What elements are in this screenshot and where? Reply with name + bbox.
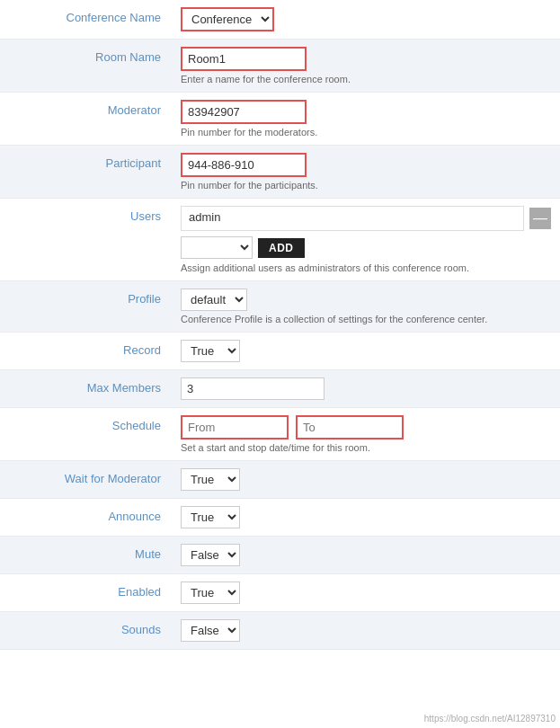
conference-name-value-cell: Conference — [172, 0, 560, 39]
moderator-value-cell: Pin number for the moderators. — [172, 93, 560, 145]
participant-row: Participant Pin number for the participa… — [0, 146, 560, 199]
add-user-row: ADD — [181, 236, 551, 259]
room-name-label: Room Name — [0, 40, 172, 73]
profile-label: Profile — [0, 281, 172, 315]
enabled-value-cell: True False — [172, 574, 560, 611]
participant-value-cell: Pin number for the participants. — [172, 146, 560, 198]
profile-row: Profile default Conference Profile is a … — [0, 281, 560, 333]
users-value-cell: admin — ADD Assign additional users as a… — [172, 199, 560, 280]
sounds-select[interactable]: False True — [181, 619, 240, 642]
room-name-hint: Enter a name for the conference room. — [181, 74, 551, 84]
users-display-row: admin — — [181, 206, 551, 231]
enabled-select[interactable]: True False — [181, 582, 240, 604]
remove-user-button[interactable]: — — [529, 208, 551, 229]
enabled-row: Enabled True False — [0, 574, 560, 612]
record-row: Record True False — [0, 333, 560, 370]
moderator-label: Moderator — [0, 93, 172, 126]
enabled-label: Enabled — [0, 574, 172, 608]
announce-value-cell: True False — [172, 499, 560, 536]
room-name-input[interactable] — [181, 47, 307, 71]
add-user-select[interactable] — [181, 236, 253, 259]
announce-label: Announce — [0, 499, 172, 532]
mute-value-cell: False True — [172, 537, 560, 573]
mute-label: Mute — [0, 537, 172, 570]
max-members-row: Max Members — [0, 370, 560, 408]
schedule-hint: Set a start and stop date/time for this … — [181, 442, 551, 453]
current-user: admin — [189, 210, 220, 224]
moderator-input[interactable] — [181, 100, 307, 124]
participant-input[interactable] — [181, 153, 307, 177]
moderator-row: Moderator Pin number for the moderators. — [0, 93, 560, 146]
moderator-hint: Pin number for the moderators. — [181, 127, 551, 138]
users-display: admin — [181, 206, 524, 231]
room-name-row: Room Name Enter a name for the conferenc… — [0, 40, 560, 93]
mute-row: Mute False True — [0, 537, 560, 574]
conference-name-label: Conference Name — [0, 0, 172, 33]
conference-name-row: Conference Name Conference — [0, 0, 560, 40]
profile-select[interactable]: default — [181, 289, 247, 311]
max-members-label: Max Members — [0, 370, 172, 404]
conference-name-select[interactable]: Conference — [181, 7, 274, 31]
wait-for-moderator-row: Wait for Moderator True False — [0, 461, 560, 499]
profile-value-cell: default Conference Profile is a collecti… — [172, 281, 560, 332]
profile-hint: Conference Profile is a collection of se… — [181, 314, 551, 324]
wait-for-moderator-select[interactable]: True False — [181, 468, 240, 491]
participant-label: Participant — [0, 146, 172, 179]
schedule-value-cell: Set a start and stop date/time for this … — [172, 408, 560, 460]
add-user-button[interactable]: ADD — [258, 238, 305, 258]
max-members-value-cell — [172, 370, 560, 407]
users-row: Users admin — ADD Assign additional user… — [0, 199, 560, 281]
sounds-label: Sounds — [0, 612, 172, 645]
schedule-to-input[interactable] — [296, 415, 404, 439]
schedule-inputs — [181, 415, 551, 439]
record-select[interactable]: True False — [181, 340, 240, 362]
participant-hint: Pin number for the participants. — [181, 180, 551, 191]
mute-select[interactable]: False True — [181, 544, 240, 566]
schedule-row: Schedule Set a start and stop date/time … — [0, 408, 560, 461]
record-label: Record — [0, 333, 172, 366]
announce-row: Announce True False — [0, 499, 560, 537]
users-label: Users — [0, 199, 172, 232]
max-members-input[interactable] — [181, 377, 324, 400]
room-name-value-cell: Enter a name for the conference room. — [172, 40, 560, 92]
wait-for-moderator-label: Wait for Moderator — [0, 461, 172, 494]
sounds-row: Sounds False True — [0, 612, 560, 650]
schedule-label: Schedule — [0, 408, 172, 441]
schedule-from-input[interactable] — [181, 415, 289, 439]
sounds-value-cell: False True — [172, 612, 560, 649]
users-hint: Assign additional users as administrator… — [181, 262, 551, 273]
wait-for-moderator-value-cell: True False — [172, 461, 560, 498]
announce-select[interactable]: True False — [181, 506, 240, 528]
record-value-cell: True False — [172, 333, 560, 369]
